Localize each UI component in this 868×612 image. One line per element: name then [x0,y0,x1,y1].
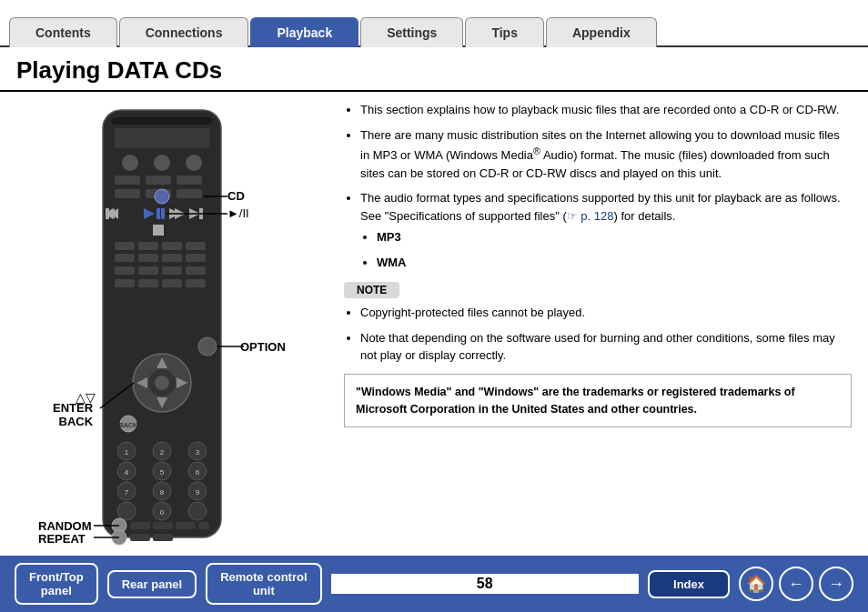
back-arrow-icon: ← [788,575,804,594]
nav-icons: 🏠 ← → [739,567,853,601]
feature-item-2: There are many music distribution sites … [360,126,852,183]
trademark-box: "Windows Media" and "Windows" are the tr… [344,374,852,428]
svg-rect-75 [153,522,173,529]
svg-rect-1 [112,117,212,125]
svg-text:3: 3 [196,448,200,456]
tab-playback[interactable]: Playback [250,17,358,47]
svg-rect-24 [153,225,164,236]
forward-arrow-icon: → [828,575,844,594]
svg-text:0: 0 [160,508,165,517]
trademark-text: "Windows Media" and "Windows" are the tr… [356,386,795,416]
tab-connections[interactable]: Connections [119,17,249,47]
note-item-2: Note that depending on the software used… [360,329,852,365]
cd-label: CD [227,189,245,203]
rear-panel-button[interactable]: Rear panel [107,570,197,598]
page-number: 58 [331,574,639,594]
random-label: RANDOM [38,519,92,533]
note-item-1: Copyright-protected files cannot be play… [360,304,852,322]
feature-list: This section explains how to playback mu… [344,101,852,271]
remote-illustration: BACK 1 2 3 4 5 6 7 8 [16,101,326,565]
main-content: BACK 1 2 3 4 5 6 7 8 [0,101,868,565]
svg-rect-6 [115,176,140,185]
play-pause-label: ►/II [227,206,249,220]
svg-rect-32 [186,254,206,262]
feature-item-1: This section explains how to playback mu… [360,101,852,119]
svg-rect-40 [186,279,206,287]
svg-rect-11 [177,189,202,198]
home-icon: 🏠 [746,574,766,594]
page-title: Playing DATA CDs [0,47,868,92]
svg-rect-34 [138,266,158,275]
svg-rect-76 [176,522,196,529]
tab-appendix[interactable]: Appendix [546,17,657,47]
remote-svg-image: BACK 1 2 3 4 5 6 7 8 [25,101,317,565]
svg-rect-29 [115,254,135,262]
svg-rect-30 [138,254,158,262]
format-list: MP3 WMA [360,228,852,271]
tab-contents[interactable]: Contents [9,17,117,47]
enter-label: ENTER BACK [53,401,93,428]
svg-text:8: 8 [160,488,165,497]
remote-svg: BACK 1 2 3 4 5 6 7 8 [25,101,317,565]
svg-point-41 [198,337,217,356]
enter-arrow-symbol: △▽ [76,390,96,405]
svg-rect-27 [162,242,182,250]
svg-rect-18 [156,208,160,219]
svg-rect-35 [162,266,182,275]
repeat-label: REPEAT [38,532,86,546]
format-wma: WMA [377,254,852,272]
svg-point-3 [122,155,138,171]
svg-text:5: 5 [160,468,165,477]
option-label: OPTION [240,340,286,354]
svg-rect-7 [146,176,171,185]
svg-rect-33 [115,266,135,275]
right-panel: This section explains how to playback mu… [344,101,852,565]
svg-rect-39 [162,279,182,287]
feature-item-3: The audio format types and specification… [360,189,852,271]
svg-rect-80 [153,534,173,541]
svg-rect-31 [162,254,182,262]
svg-rect-74 [130,522,150,529]
svg-point-5 [186,155,202,171]
svg-rect-28 [186,242,206,250]
svg-rect-25 [115,242,135,250]
note-section: NOTE Copyright-protected files cannot be… [344,282,852,365]
svg-rect-79 [130,534,150,541]
svg-rect-9 [115,189,140,198]
front-top-panel-button[interactable]: Front/Top panel [15,563,98,605]
svg-text:9: 9 [196,488,200,497]
svg-point-48 [155,376,169,390]
svg-text:7: 7 [125,488,129,497]
tab-settings[interactable]: Settings [360,17,463,47]
svg-rect-38 [138,279,158,287]
svg-text:BACK: BACK [119,422,137,428]
svg-text:2: 2 [160,448,165,456]
remote-control-button[interactable]: Remote control unit [206,563,321,605]
svg-rect-37 [115,279,135,287]
svg-point-72 [188,502,207,520]
format-mp3: MP3 [377,228,852,246]
bottom-navigation: Front/Top panel Rear panel Remote contro… [0,556,868,612]
top-navigation: Contents Connections Playback Settings T… [0,0,868,47]
svg-rect-8 [177,176,202,185]
svg-point-69 [117,502,136,520]
forward-icon-button[interactable]: → [819,567,853,601]
svg-point-12 [155,189,169,204]
svg-rect-77 [198,522,209,529]
svg-text:6: 6 [196,468,200,477]
note-label: NOTE [344,282,399,298]
svg-text:4: 4 [125,468,129,477]
svg-rect-26 [138,242,158,250]
index-button[interactable]: Index [648,570,730,598]
back-icon-button[interactable]: ← [779,567,813,601]
svg-rect-19 [161,208,165,219]
svg-text:1: 1 [125,448,129,456]
tab-tips[interactable]: Tips [465,17,544,47]
note-content: Copyright-protected files cannot be play… [344,304,852,365]
svg-point-4 [154,155,170,171]
svg-rect-2 [115,128,209,148]
note-list: Copyright-protected files cannot be play… [344,304,852,365]
home-icon-button[interactable]: 🏠 [739,567,773,601]
svg-rect-36 [186,266,206,275]
